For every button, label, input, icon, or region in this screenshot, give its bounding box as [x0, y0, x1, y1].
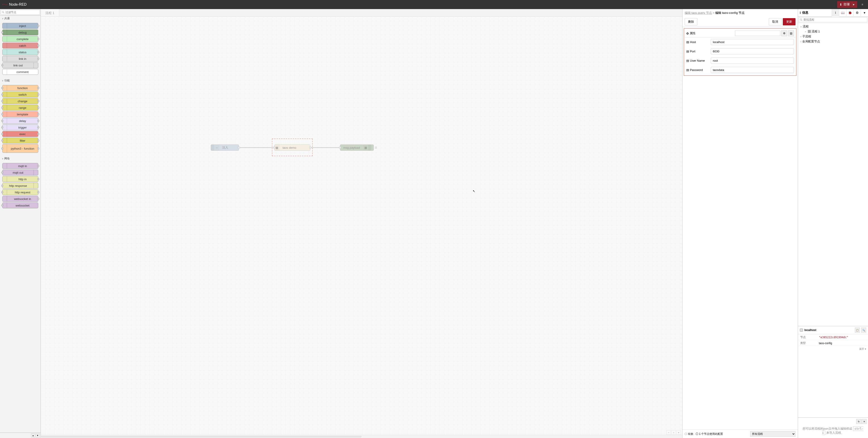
input-port — [1, 107, 3, 109]
expand-toggle[interactable]: 展开 ▾ — [798, 346, 868, 352]
node-label: template — [7, 113, 38, 116]
flow-tab[interactable]: 流程 1 — [41, 9, 59, 16]
output-port — [37, 120, 39, 122]
scope-select[interactable]: 所有流程 — [750, 431, 796, 437]
username-input[interactable] — [711, 58, 794, 64]
palette-node-http-request[interactable]: http request — [2, 189, 38, 195]
palette-node-link-in[interactable]: link in — [2, 56, 38, 62]
zoom-out-button[interactable]: − — [666, 430, 671, 435]
input-port[interactable] — [273, 147, 275, 149]
inject-node[interactable]: → 注入 — [211, 144, 239, 151]
palette-node-exec[interactable]: exec — [2, 131, 38, 137]
palette-node-comment[interactable]: comment — [2, 69, 38, 75]
palette-node-filter[interactable]: filter — [2, 138, 38, 144]
tree-flows[interactable]: 流程 — [798, 24, 868, 29]
host-input[interactable] — [711, 39, 794, 45]
palette-node-function[interactable]: function — [2, 85, 38, 91]
output-port[interactable] — [309, 147, 311, 149]
node-icon — [2, 50, 7, 55]
palette-node-switch[interactable]: switch — [2, 92, 38, 97]
node-label: switch — [7, 93, 38, 96]
input-port — [1, 185, 3, 186]
list-icon: ▤ — [686, 40, 689, 44]
palette-node-complete[interactable]: complete — [2, 36, 38, 42]
breadcrumb-parent-link[interactable]: 编辑 taos query 节点 — [685, 11, 712, 14]
node-label: filter — [7, 139, 38, 142]
debug-toggle-button[interactable] — [368, 145, 371, 150]
zoom-in-button[interactable]: + — [676, 430, 681, 435]
cancel-button[interactable]: 取消 — [769, 18, 781, 25]
palette-node-inject[interactable]: inject — [2, 23, 38, 29]
palette-node-http-response[interactable]: http response — [2, 183, 38, 188]
main-menu-button[interactable]: ≡ — [859, 1, 866, 8]
canvas-horizontal-scrollbar[interactable] — [41, 435, 682, 438]
scrollbar-thumb[interactable] — [41, 436, 362, 438]
palette-category-header[interactable]: 功能 — [0, 78, 40, 83]
node-label: complete — [7, 37, 38, 41]
node-icon — [2, 43, 7, 48]
palette-node-python3---function[interactable]: python3 - function — [2, 144, 38, 153]
sidebar-tab-help[interactable]: 📖 — [839, 9, 846, 17]
palette-node-status[interactable]: status — [2, 49, 38, 55]
deploy-dropdown-arrow[interactable]: ▾ — [852, 2, 855, 7]
palette-collapse-all-button[interactable]: ▲ — [31, 434, 35, 438]
palette-node-catch[interactable]: catch — [2, 42, 38, 49]
palette-category-header[interactable]: 共通 — [0, 16, 40, 21]
app-title: Node-RED — [9, 2, 27, 6]
palette-node-trigger[interactable]: trigger — [2, 124, 38, 130]
node-icon — [2, 69, 7, 75]
palette-node-websocket[interactable]: websocket — [2, 202, 38, 208]
zoom-reset-button[interactable]: ○ — [671, 430, 676, 435]
tree-flow1[interactable]: ▦ 流程 1 — [798, 29, 868, 34]
palette-node-link-out[interactable]: link out — [2, 62, 38, 68]
app-logo: Node-RED — [2, 2, 27, 6]
debug-icon: ▦ — [363, 145, 368, 150]
deploy-button[interactable]: ⬇ 部署 ▾ — [837, 1, 857, 8]
refresh-tip-button[interactable]: ↻ — [856, 419, 861, 424]
palette-node-debug[interactable]: debug — [2, 29, 38, 35]
taos-demo-node[interactable]: ▦ taos demo — [274, 144, 310, 151]
flow-search-input[interactable] — [799, 17, 867, 22]
palette-search-input[interactable] — [1, 10, 40, 15]
input-port — [1, 148, 3, 149]
update-button[interactable]: 更新 — [783, 18, 796, 25]
output-port — [37, 107, 39, 109]
enabled-toggle[interactable]: 有效 — [685, 432, 693, 436]
close-tip-button[interactable]: ✕ — [862, 419, 867, 424]
copy-button[interactable]: 📋 — [855, 328, 860, 332]
palette-node-change[interactable]: change — [2, 98, 38, 104]
palette-node-mqtt-out[interactable]: mqtt out — [2, 170, 38, 175]
palette-expand-all-button[interactable]: ▼ — [36, 434, 40, 438]
sidebar-tab-info[interactable]: i — [832, 9, 839, 17]
palette-node-range[interactable]: range — [2, 105, 38, 111]
tree-subflows[interactable]: 子流程 — [798, 34, 868, 39]
flow-canvas[interactable]: → 注入 ▦ taos demo msg.payload ▦ ↖ — [41, 17, 682, 435]
palette-category-header[interactable]: 网络 — [0, 156, 40, 162]
input-port — [1, 191, 3, 193]
node-label: python3 - function — [7, 147, 38, 150]
password-input[interactable] — [711, 67, 794, 73]
inject-trigger-button[interactable] — [211, 145, 214, 150]
node-name-input[interactable] — [735, 31, 780, 36]
tree-global-config[interactable]: 全局配置节点 — [798, 39, 868, 44]
app-header: Node-RED ⬇ 部署 ▾ ≡ — [0, 0, 868, 9]
sidebar-tab-config[interactable]: ⚙ — [854, 9, 861, 17]
node-icon — [2, 112, 7, 117]
debug-node[interactable]: msg.payload ▦ — [340, 144, 374, 151]
sidebar-tab-more[interactable]: ▾ — [861, 9, 868, 17]
input-port[interactable] — [339, 147, 341, 149]
delete-button[interactable]: 删除 — [685, 18, 698, 25]
canvas-zoom-controls: − ○ + — [666, 430, 681, 435]
search-button[interactable]: 🔍 — [861, 328, 866, 332]
node-icon — [2, 203, 7, 208]
output-port[interactable] — [238, 147, 240, 149]
palette-node-http-in[interactable]: http in — [2, 176, 38, 182]
palette-node-mqtt-in[interactable]: mqtt in — [2, 163, 38, 169]
palette-node-template[interactable]: template — [2, 111, 38, 117]
palette-node-websocket-in[interactable]: websocket in — [2, 196, 38, 202]
sidebar-tab-debug[interactable]: 🐞 — [846, 9, 854, 17]
env-button[interactable]: ▤ — [788, 30, 794, 36]
settings-button[interactable]: ⚙ — [781, 30, 787, 36]
port-input[interactable] — [711, 48, 794, 54]
palette-node-delay[interactable]: delay — [2, 118, 38, 124]
